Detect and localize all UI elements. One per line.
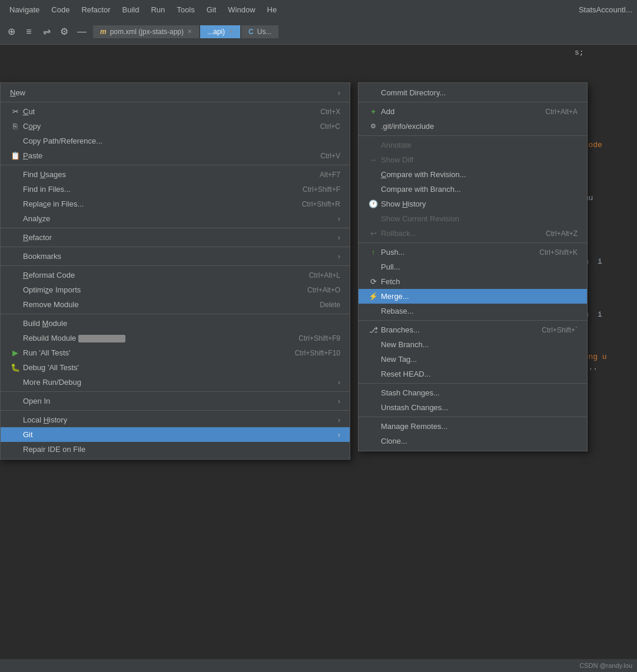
menu-item-add-label: Add [381, 107, 394, 116]
menu-item-find-in-files-label: Find in Files... [23, 185, 71, 194]
menu-item-clone[interactable]: Clone... [359, 434, 587, 448]
menu-item-reformat[interactable]: Reformat Code Ctrl+Alt+L [1, 268, 350, 282]
separator [359, 135, 587, 136]
menu-item-local-history[interactable]: Local History › [1, 412, 350, 427]
menu-item-more-run[interactable]: More Run/Debug › [1, 375, 350, 390]
menu-item-refactor[interactable]: Refactor › [1, 230, 350, 245]
cut-shortcut: Ctrl+X [320, 108, 340, 116]
menu-tools[interactable]: Tools [172, 3, 199, 16]
menu-item-optimize[interactable]: Optimize Imports Ctrl+Alt+O [1, 282, 350, 297]
menu-item-gitignore[interactable]: ⚙ .git/info/exclude [359, 119, 587, 134]
menu-item-stash-label: Stash Changes... [381, 388, 440, 397]
menu-item-push[interactable]: ↑ Push... Ctrl+Shift+K [359, 245, 587, 260]
menu-item-annotate-label: Annotate [381, 141, 412, 149]
menu-item-rebuild-module[interactable]: Rebuild Module Ctrl+Shift+F9 [1, 331, 350, 345]
menu-item-add[interactable]: + Add Ctrl+Alt+A [359, 104, 587, 119]
menu-item-analyze-label: Analyze [23, 214, 50, 223]
statusbar-right: CSDN @randy.lou [579, 662, 632, 669]
menu-item-commit-dir[interactable]: Commit Directory... [359, 85, 587, 100]
menu-item-find-in-files[interactable]: Find in Files... Ctrl+Shift+F [1, 182, 350, 197]
arrow-icon: › [338, 214, 340, 223]
menu-item-commit-dir-label: Commit Directory... [381, 88, 446, 97]
menu-item-analyze[interactable]: Analyze › [1, 211, 350, 226]
tab-api-label: ...api) [207, 28, 225, 36]
rollback-icon: ↩ [368, 229, 379, 238]
menu-item-new-branch-label: New Branch... [381, 340, 429, 349]
menu-build[interactable]: Build [118, 3, 144, 16]
menu-item-run-tests[interactable]: ▶ Run 'All Tests' Ctrl+Shift+F10 [1, 345, 350, 360]
toolbar-icon-add[interactable]: ⊕ [5, 25, 18, 38]
menu-item-unstash-label: Unstash Changes... [381, 403, 448, 412]
menu-item-pull[interactable]: Pull... [359, 260, 587, 274]
menu-item-stash[interactable]: Stash Changes... [359, 385, 587, 400]
tab-us[interactable]: C Us... [241, 25, 278, 38]
separator [359, 417, 587, 417]
tab-api-close[interactable]: ✕ [228, 28, 233, 35]
replace-shortcut: Ctrl+Shift+R [302, 200, 340, 208]
menu-refactor[interactable]: Refactor [77, 3, 115, 16]
menu-item-open-in-label: Open In [23, 397, 50, 405]
menu-item-open-in[interactable]: Open In › [1, 394, 350, 408]
menu-item-new-branch[interactable]: New Branch... [359, 337, 587, 352]
toolbar-icon-minus[interactable]: — [75, 25, 88, 38]
menu-item-remove-module[interactable]: Remove Module Delete [1, 297, 350, 312]
menu-item-copy-path[interactable]: Copy Path/Reference... [1, 134, 350, 148]
menu-item-find-usages[interactable]: Find Usages Alt+F7 [1, 167, 350, 182]
arrow-icon-git: › [338, 430, 340, 439]
menu-item-show-history[interactable]: 🕐 Show History [359, 197, 587, 211]
menu-item-compare-revision[interactable]: Compare with Revision... [359, 167, 587, 182]
menu-item-paste[interactable]: 📋 Paste Ctrl+V [1, 148, 350, 163]
menu-item-clone-label: Clone... [381, 437, 407, 445]
separator [359, 320, 587, 321]
menu-item-fetch-label: Fetch [381, 277, 400, 286]
menu-item-local-history-label: Local History [23, 415, 67, 424]
menu-item-build-module[interactable]: Build Module [1, 316, 350, 331]
menu-item-optimize-label: Optimize Imports [23, 285, 81, 294]
menu-item-rollback-label: Rollback... [381, 229, 417, 238]
menu-help[interactable]: He [263, 3, 282, 16]
menu-item-branches[interactable]: ⎇ Branches... Ctrl+Shift+` [359, 322, 587, 337]
menu-git[interactable]: Git [202, 3, 221, 16]
menu-item-unstash[interactable]: Unstash Changes... [359, 400, 587, 415]
menu-item-merge[interactable]: ⚡ Merge... [359, 289, 587, 304]
menu-item-cut[interactable]: ✂ Cut Ctrl+X [1, 104, 350, 119]
paste-shortcut: Ctrl+V [320, 152, 340, 160]
history-icon: 🕐 [368, 199, 379, 208]
arrow-icon: › [338, 233, 340, 242]
menu-item-rebase[interactable]: Rebase... [359, 304, 587, 318]
separator [1, 247, 350, 247]
menu-item-git[interactable]: Git › [1, 427, 350, 442]
menu-item-reset-head[interactable]: Reset HEAD... [359, 367, 587, 381]
menu-item-debug-tests[interactable]: 🐛 Debug 'All Tests' [1, 360, 350, 375]
tab-pom-xml-close[interactable]: ✕ [187, 28, 192, 35]
toolbar-icon-list[interactable]: ≡ [22, 25, 35, 38]
toolbar-icon-settings[interactable]: ⚙ [58, 25, 71, 38]
toolbar-icon-swap[interactable]: ⇌ [40, 25, 53, 38]
menu-item-fetch[interactable]: ⟳ Fetch [359, 274, 587, 289]
run-tests-shortcut: Ctrl+Shift+F10 [295, 349, 340, 357]
menu-item-annotate: Annotate [359, 138, 587, 152]
tab-api[interactable]: ...api) ✕ [200, 25, 240, 38]
menu-item-compare-branch[interactable]: Compare with Branch... [359, 182, 587, 197]
reformat-shortcut: Ctrl+Alt+L [309, 271, 340, 280]
menu-window[interactable]: Window [223, 3, 260, 16]
menu-item-copy[interactable]: ⎘ Copy Ctrl+C [1, 119, 350, 134]
find-usages-shortcut: Alt+F7 [320, 171, 340, 179]
toolbar: ⊕ ≡ ⇌ ⚙ — m pom.xml (jpx-stats-app) ✕ ..… [0, 19, 637, 45]
menu-item-compare-branch-label: Compare with Branch... [381, 185, 461, 194]
menu-item-rollback: ↩ Rollback... Ctrl+Alt+Z [359, 226, 587, 241]
separator [1, 410, 350, 411]
fetch-icon: ⟳ [368, 277, 379, 286]
menu-item-debug-tests-label: Debug 'All Tests' [23, 363, 79, 372]
menu-navigate[interactable]: Navigate [5, 3, 44, 16]
menu-item-bookmarks-label: Bookmarks [23, 252, 61, 261]
menu-item-new-tag[interactable]: New Tag... [359, 352, 587, 367]
menu-item-replace-in-files[interactable]: Replace in Files... Ctrl+Shift+R [1, 197, 350, 211]
menu-item-new[interactable]: New › [1, 85, 350, 100]
menu-item-manage-remotes[interactable]: Manage Remotes... [359, 419, 587, 434]
tab-pom-xml[interactable]: m pom.xml (jpx-stats-app) ✕ [93, 25, 199, 38]
menu-item-bookmarks[interactable]: Bookmarks › [1, 249, 350, 264]
menu-item-repair-ide[interactable]: Repair IDE on File [1, 442, 350, 457]
menu-code[interactable]: Code [47, 3, 74, 16]
menu-run[interactable]: Run [146, 3, 170, 16]
